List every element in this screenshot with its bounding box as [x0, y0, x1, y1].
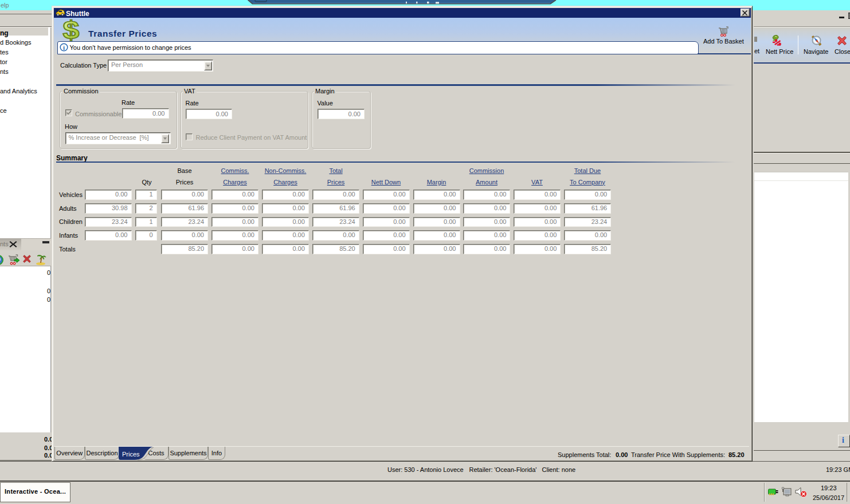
- svg-text:i: i: [63, 44, 65, 51]
- svg-text:$: $: [63, 19, 80, 42]
